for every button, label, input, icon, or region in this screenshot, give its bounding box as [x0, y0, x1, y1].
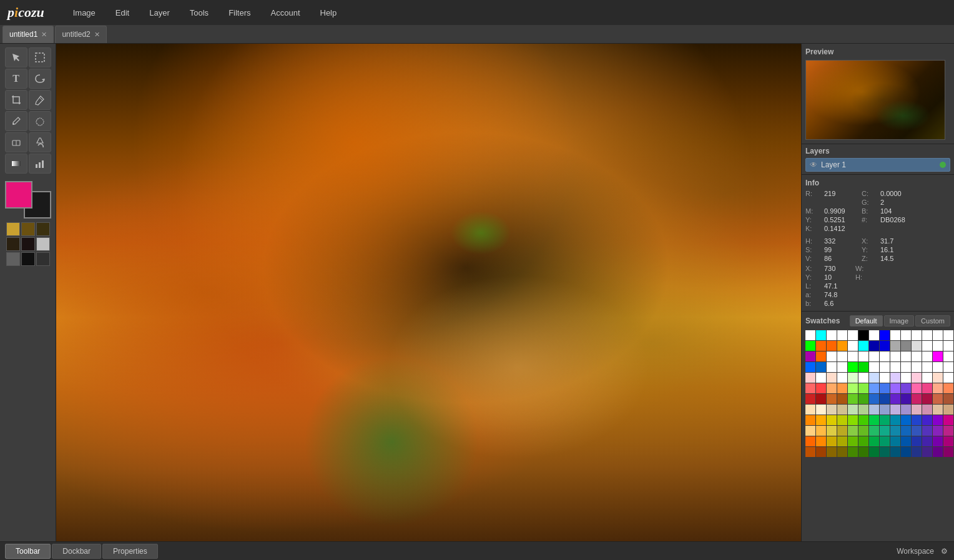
swatch-color-139[interactable]	[943, 426, 953, 436]
swatch-color-151[interactable]	[922, 436, 932, 446]
swatch-color-163[interactable]	[901, 447, 911, 457]
swatch-color-102[interactable]	[848, 405, 858, 415]
layer-row-1[interactable]: 👁 Layer 1	[805, 158, 950, 172]
swatch-color-55[interactable]	[943, 362, 953, 372]
swatch-color-89[interactable]	[858, 394, 868, 404]
swatch-color-166[interactable]	[933, 447, 943, 457]
swatch-color-64[interactable]	[890, 373, 900, 383]
swatch-color-29[interactable]	[816, 351, 826, 361]
swatch-color-100[interactable]	[827, 405, 837, 415]
swatch-color-147[interactable]	[880, 436, 890, 446]
swatch-color-143[interactable]	[837, 436, 847, 446]
swatch-color-85[interactable]	[816, 394, 826, 404]
swatch-2[interactable]	[21, 222, 35, 236]
swatch-color-18[interactable]	[848, 341, 858, 351]
swatch-color-142[interactable]	[827, 436, 837, 446]
swatch-color-116[interactable]	[848, 415, 858, 425]
swatch-color-36[interactable]	[890, 351, 900, 361]
swatch-color-95[interactable]	[922, 394, 932, 404]
lasso-tool[interactable]	[29, 69, 51, 89]
swatch-color-112[interactable]	[805, 415, 815, 425]
swatch-color-23[interactable]	[901, 341, 911, 351]
swatch-color-74[interactable]	[848, 383, 858, 393]
swatch-color-34[interactable]	[869, 351, 879, 361]
menu-layer[interactable]: Layer	[145, 6, 174, 20]
swatch-color-25[interactable]	[922, 341, 932, 351]
swatch-color-88[interactable]	[848, 394, 858, 404]
swatch-color-78[interactable]	[890, 383, 900, 393]
swatch-3[interactable]	[36, 222, 50, 236]
swatch-color-154[interactable]	[805, 447, 815, 457]
swatch-color-161[interactable]	[880, 447, 890, 457]
swatch-color-97[interactable]	[943, 394, 953, 404]
menu-filters[interactable]: Filters	[225, 6, 254, 20]
swatch-color-50[interactable]	[890, 362, 900, 372]
swatch-color-105[interactable]	[880, 405, 890, 415]
swatch-color-114[interactable]	[827, 415, 837, 425]
swatch-color-8[interactable]	[890, 330, 900, 340]
swatch-color-126[interactable]	[805, 426, 815, 436]
swatch-color-26[interactable]	[933, 341, 943, 351]
swatch-color-1[interactable]	[816, 330, 826, 340]
swatch-color-35[interactable]	[880, 351, 890, 361]
menu-tools[interactable]: Tools	[186, 6, 212, 20]
swatch-color-104[interactable]	[869, 405, 879, 415]
swatch-color-125[interactable]	[943, 415, 953, 425]
swatch-color-162[interactable]	[890, 447, 900, 457]
swatch-color-133[interactable]	[880, 426, 890, 436]
swatch-color-107[interactable]	[901, 405, 911, 415]
swatch-color-9[interactable]	[901, 330, 911, 340]
swatch-color-118[interactable]	[869, 415, 879, 425]
swatch-color-32[interactable]	[848, 351, 858, 361]
swatch-color-91[interactable]	[880, 394, 890, 404]
swatch-color-150[interactable]	[912, 436, 922, 446]
layer-visibility-toggle[interactable]: 👁	[810, 160, 817, 169]
dockbar-button[interactable]: Dockbar	[52, 544, 101, 559]
swatch-color-129[interactable]	[837, 426, 847, 436]
swatch-color-54[interactable]	[933, 362, 943, 372]
swatch-color-0[interactable]	[805, 330, 815, 340]
swatch-tab-default[interactable]: Default	[850, 315, 883, 327]
swatch-color-131[interactable]	[858, 426, 868, 436]
swatch-color-86[interactable]	[827, 394, 837, 404]
swatch-9[interactable]	[36, 252, 50, 266]
canvas-area[interactable]	[56, 44, 801, 541]
swatch-color-17[interactable]	[837, 341, 847, 351]
swatch-color-28[interactable]	[805, 351, 815, 361]
swatch-color-46[interactable]	[848, 362, 858, 372]
swatch-color-165[interactable]	[922, 447, 932, 457]
swatch-color-7[interactable]	[880, 330, 890, 340]
swatch-color-49[interactable]	[880, 362, 890, 372]
swatch-color-120[interactable]	[890, 415, 900, 425]
swatch-color-48[interactable]	[869, 362, 879, 372]
swatch-color-66[interactable]	[912, 373, 922, 383]
swatch-color-160[interactable]	[869, 447, 879, 457]
tab-untitled1[interactable]: untitled1 ✕	[2, 26, 54, 43]
swatch-color-83[interactable]	[943, 383, 953, 393]
swatch-color-99[interactable]	[816, 405, 826, 415]
workspace-icon[interactable]: ⚙	[939, 546, 949, 556]
swatch-color-41[interactable]	[943, 351, 953, 361]
swatch-4[interactable]	[6, 237, 20, 251]
swatch-color-157[interactable]	[837, 447, 847, 457]
swatch-5[interactable]	[21, 237, 35, 251]
swatch-color-6[interactable]	[869, 330, 879, 340]
swatch-color-124[interactable]	[933, 415, 943, 425]
swatch-color-67[interactable]	[922, 373, 932, 383]
swatch-color-132[interactable]	[869, 426, 879, 436]
swatch-color-27[interactable]	[943, 341, 953, 351]
swatch-color-22[interactable]	[890, 341, 900, 351]
swatch-color-109[interactable]	[922, 405, 932, 415]
swatch-color-145[interactable]	[858, 436, 868, 446]
swatch-color-115[interactable]	[837, 415, 847, 425]
tab-close-2[interactable]: ✕	[94, 31, 100, 38]
swatch-color-123[interactable]	[922, 415, 932, 425]
eraser-tool[interactable]	[5, 132, 27, 152]
swatch-color-81[interactable]	[922, 383, 932, 393]
swatch-7[interactable]	[6, 252, 20, 266]
swatch-color-31[interactable]	[837, 351, 847, 361]
swatch-color-12[interactable]	[933, 330, 943, 340]
swatch-color-119[interactable]	[880, 415, 890, 425]
swatch-color-73[interactable]	[837, 383, 847, 393]
swatch-color-87[interactable]	[837, 394, 847, 404]
